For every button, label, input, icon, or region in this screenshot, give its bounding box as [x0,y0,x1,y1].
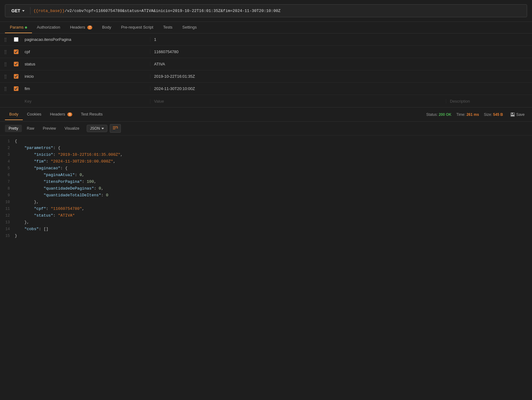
tab-headers[interactable]: Headers 7 [65,22,97,33]
time-value: 261 ms [466,112,479,117]
tab-pre-request[interactable]: Pre-request Script [116,22,158,33]
json-format-select[interactable]: JSON [87,125,107,132]
line-content: "fim": "2024-11-30T20:10:00.000Z", [15,158,530,165]
param-key[interactable]: fim [21,86,150,91]
request-tabs: Params Authorization Headers 7 Body Pre-… [0,22,532,33]
json-line: 6 "paginaAtual": 0, [0,172,532,178]
checkbox-input[interactable] [14,62,18,66]
line-number: 15 [2,233,15,239]
response-section: Body Cookies Headers 9 Test Results Stat… [0,108,532,242]
method-button[interactable]: GET [9,7,27,14]
drag-handle[interactable]: ⣿ [0,74,11,79]
save-button[interactable]: Save [508,111,527,118]
json-line: 11 "cpf": "11660754780", [0,206,532,212]
table-row: ⣿ paginacao.itensPorPagina 1 [0,33,532,46]
headers-badge: 7 [87,25,92,29]
fmt-tab-pretty[interactable]: Pretty [5,125,22,132]
param-key[interactable]: inicio [21,74,150,79]
value-placeholder[interactable]: Value [150,99,446,104]
drag-handle[interactable]: ⣿ [0,62,11,66]
svg-rect-1 [511,113,513,114]
line-number: 4 [2,158,15,165]
line-number: 9 [2,192,15,199]
param-value[interactable]: ATIVA [150,62,446,66]
drag-handle[interactable]: ⣿ [0,86,11,91]
param-key[interactable]: cpf [21,49,150,54]
resp-tab-cookies[interactable]: Cookies [23,109,46,120]
key-placeholder[interactable]: Key [21,99,150,104]
json-body: 1 { 2 "parametros": { 3 "inicio": "2019-… [0,135,532,242]
json-line: 10 }, [0,199,532,206]
line-number: 14 [2,226,15,233]
save-label: Save [516,112,525,117]
tab-settings[interactable]: Settings [177,22,202,33]
line-content: "parametros": { [15,145,530,151]
resp-tab-headers[interactable]: Headers 9 [46,109,77,120]
json-line: 15 } [0,233,532,239]
resp-tab-body[interactable]: Body [5,109,23,120]
status-label: Status: 200 OK [426,112,451,117]
param-value[interactable]: 1 [150,37,446,42]
param-checkbox[interactable] [11,86,21,91]
tab-tests[interactable]: Tests [158,22,177,33]
line-content: "quantidadeDePaginas": 0, [15,185,530,192]
params-active-dot [25,26,27,29]
status-value: 200 OK [439,112,451,117]
wrap-icon [113,126,118,130]
line-content: }, [15,219,530,226]
response-status-bar: Status: 200 OK Time: 261 ms Size: 545 B … [426,111,527,118]
line-content: "status": "ATIVA" [15,212,530,219]
checkbox-input[interactable] [14,74,18,79]
fmt-tab-preview[interactable]: Preview [39,125,60,132]
url-bar: GET {{rota_base}}/v2/cobv?cpf=1166075478… [5,4,527,17]
tab-body[interactable]: Body [97,22,116,33]
line-number: 5 [2,165,15,172]
line-number: 10 [2,199,15,206]
line-number: 13 [2,219,15,226]
param-checkbox[interactable] [11,74,21,79]
param-checkbox[interactable] [11,49,21,54]
checkbox-input[interactable] [14,86,18,91]
url-display[interactable]: {{rota_base}}/v2/cobv?cpf=11660754780&st… [34,9,523,13]
params-table: ⣿ paginacao.itensPorPagina 1 ⣿ cpf 11660… [0,33,532,108]
checkbox-input[interactable] [14,49,18,54]
params-footer-row: Key Value Description [0,95,532,107]
json-line: 5 "paginacao": { [0,165,532,172]
json-dropdown-icon [101,128,104,129]
wrap-toggle-button[interactable] [110,124,121,133]
json-line: 9 "quantidadeTotalDeItens": 0 [0,192,532,199]
drag-handle[interactable]: ⣿ [0,49,11,54]
fmt-tab-raw[interactable]: Raw [23,125,38,132]
json-format-label: JSON [90,126,100,131]
param-value[interactable]: 2019-10-22T16:01:35Z [150,74,446,79]
param-value[interactable]: 11660754780 [150,49,446,54]
line-content: "paginacao": { [15,165,530,172]
resp-headers-badge: 9 [67,112,72,116]
line-number: 6 [2,172,15,178]
checkbox-input[interactable] [14,37,18,42]
url-bar-section: GET {{rota_base}}/v2/cobv?cpf=1166075478… [0,0,532,22]
line-number: 1 [2,138,15,145]
param-checkbox[interactable] [11,62,21,66]
line-content: "cpf": "11660754780", [15,206,530,212]
url-prefix: {{rota_base}} [34,9,65,13]
resp-tab-test-results[interactable]: Test Results [77,109,107,120]
svg-rect-2 [511,115,514,116]
line-number: 2 [2,145,15,151]
line-content: "inicio": "2019-10-22T16:01:35.000Z", [15,151,530,158]
param-key[interactable]: paginacao.itensPorPagina [21,37,150,42]
line-number: 3 [2,151,15,158]
description-placeholder[interactable]: Description [446,99,532,104]
line-number: 7 [2,178,15,185]
json-line: 4 "fim": "2024-11-30T20:10:00.000Z", [0,158,532,165]
line-content: }, [15,199,530,206]
fmt-tab-visualize[interactable]: Visualize [61,125,83,132]
drag-handle[interactable]: ⣿ [0,37,11,42]
table-row: ⣿ cpf 11660754780 [0,46,532,58]
tab-params[interactable]: Params [5,22,32,33]
param-value[interactable]: 2024-11-30T20:10:00Z [150,86,446,91]
tab-authorization[interactable]: Authorization [32,22,65,33]
param-checkbox[interactable] [11,37,21,42]
param-key[interactable]: status [21,62,150,66]
format-tabs: Pretty Raw Preview Visualize JSON [0,122,532,135]
